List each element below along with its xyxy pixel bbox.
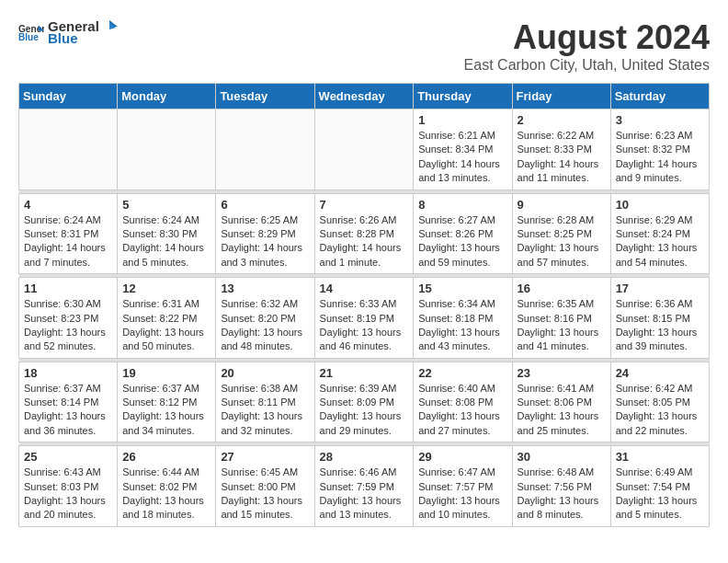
logo-icon: General Blue <box>18 22 44 42</box>
cell-info: Sunrise: 6:22 AMSunset: 8:33 PMDaylight:… <box>518 129 606 186</box>
weekday-header: Tuesday <box>216 84 314 109</box>
day-number: 16 <box>518 282 606 295</box>
calendar-cell: 3Sunrise: 6:23 AMSunset: 8:32 PMDaylight… <box>610 109 709 190</box>
calendar-cell: 5Sunrise: 6:24 AMSunset: 8:30 PMDaylight… <box>118 193 216 274</box>
cell-info: Sunrise: 6:27 AMSunset: 8:26 PMDaylight:… <box>418 213 506 270</box>
weekday-header: Monday <box>118 84 216 109</box>
calendar-cell: 18Sunrise: 6:37 AMSunset: 8:14 PMDayligh… <box>19 362 118 442</box>
svg-text:Blue: Blue <box>18 32 39 42</box>
day-number: 3 <box>616 113 704 127</box>
main-title: August 2024 <box>464 18 710 57</box>
weekday-header: Sunday <box>19 84 118 109</box>
calendar-header-row: SundayMondayTuesdayWednesdayThursdayFrid… <box>19 84 710 109</box>
calendar-cell: 13Sunrise: 6:32 AMSunset: 8:20 PMDayligh… <box>216 278 314 359</box>
weekday-header: Friday <box>512 84 610 109</box>
cell-info: Sunrise: 6:43 AMSunset: 8:03 PMDaylight:… <box>24 465 112 523</box>
calendar-cell: 27Sunrise: 6:45 AMSunset: 8:00 PMDayligh… <box>216 446 314 527</box>
calendar-cell: 26Sunrise: 6:44 AMSunset: 8:02 PMDayligh… <box>118 446 216 527</box>
cell-info: Sunrise: 6:47 AMSunset: 7:57 PMDaylight:… <box>418 465 506 523</box>
day-number: 6 <box>221 198 309 212</box>
cell-info: Sunrise: 6:46 AMSunset: 7:59 PMDaylight:… <box>320 465 409 523</box>
logo: General Blue General Blue <box>18 18 118 46</box>
calendar-week-row: 11Sunrise: 6:30 AMSunset: 8:23 PMDayligh… <box>19 278 710 359</box>
subtitle: East Carbon City, Utah, United States <box>464 57 710 74</box>
weekday-header: Wednesday <box>314 84 414 109</box>
calendar-week-row: 4Sunrise: 6:24 AMSunset: 8:31 PMDaylight… <box>19 193 710 274</box>
day-number: 26 <box>122 450 210 464</box>
calendar-cell: 23Sunrise: 6:41 AMSunset: 8:06 PMDayligh… <box>512 362 610 442</box>
calendar-cell: 15Sunrise: 6:34 AMSunset: 8:18 PMDayligh… <box>414 278 512 359</box>
cell-info: Sunrise: 6:35 AMSunset: 8:16 PMDaylight:… <box>518 297 606 354</box>
title-block: August 2024 East Carbon City, Utah, Unit… <box>464 18 710 74</box>
calendar-cell: 28Sunrise: 6:46 AMSunset: 7:59 PMDayligh… <box>314 446 414 527</box>
day-number: 10 <box>616 198 704 212</box>
cell-info: Sunrise: 6:33 AMSunset: 8:19 PMDaylight:… <box>320 297 409 354</box>
calendar-cell: 7Sunrise: 6:26 AMSunset: 8:28 PMDaylight… <box>314 193 414 274</box>
day-number: 11 <box>24 282 112 295</box>
calendar-cell: 29Sunrise: 6:47 AMSunset: 7:57 PMDayligh… <box>414 446 512 527</box>
calendar-cell: 16Sunrise: 6:35 AMSunset: 8:16 PMDayligh… <box>512 278 610 359</box>
calendar-cell: 12Sunrise: 6:31 AMSunset: 8:22 PMDayligh… <box>118 278 216 359</box>
calendar-cell: 1Sunrise: 6:21 AMSunset: 8:34 PMDaylight… <box>414 109 512 190</box>
day-number: 19 <box>122 366 210 380</box>
calendar-cell <box>216 109 314 190</box>
cell-info: Sunrise: 6:39 AMSunset: 8:09 PMDaylight:… <box>320 382 409 439</box>
calendar-cell: 21Sunrise: 6:39 AMSunset: 8:09 PMDayligh… <box>314 362 414 442</box>
calendar-cell: 19Sunrise: 6:37 AMSunset: 8:12 PMDayligh… <box>118 362 216 442</box>
day-number: 9 <box>518 198 606 212</box>
cell-info: Sunrise: 6:48 AMSunset: 7:56 PMDaylight:… <box>518 465 606 523</box>
cell-info: Sunrise: 6:44 AMSunset: 8:02 PMDaylight:… <box>122 465 210 523</box>
calendar-cell: 11Sunrise: 6:30 AMSunset: 8:23 PMDayligh… <box>19 278 118 359</box>
calendar-cell <box>118 109 216 190</box>
calendar-cell: 31Sunrise: 6:49 AMSunset: 7:54 PMDayligh… <box>610 446 709 527</box>
calendar-cell: 24Sunrise: 6:42 AMSunset: 8:05 PMDayligh… <box>610 362 709 442</box>
cell-info: Sunrise: 6:31 AMSunset: 8:22 PMDaylight:… <box>122 297 210 354</box>
day-number: 15 <box>418 282 506 295</box>
calendar-week-row: 1Sunrise: 6:21 AMSunset: 8:34 PMDaylight… <box>19 109 710 190</box>
calendar-cell: 6Sunrise: 6:25 AMSunset: 8:29 PMDaylight… <box>216 193 314 274</box>
day-number: 24 <box>616 366 704 380</box>
day-number: 27 <box>221 450 309 464</box>
cell-info: Sunrise: 6:42 AMSunset: 8:05 PMDaylight:… <box>616 382 704 439</box>
cell-info: Sunrise: 6:23 AMSunset: 8:32 PMDaylight:… <box>616 129 704 186</box>
calendar-cell <box>314 109 414 190</box>
calendar-cell: 4Sunrise: 6:24 AMSunset: 8:31 PMDaylight… <box>19 193 118 274</box>
cell-info: Sunrise: 6:38 AMSunset: 8:11 PMDaylight:… <box>221 382 309 439</box>
cell-info: Sunrise: 6:37 AMSunset: 8:12 PMDaylight:… <box>122 382 210 439</box>
cell-info: Sunrise: 6:40 AMSunset: 8:08 PMDaylight:… <box>418 382 506 439</box>
day-number: 14 <box>320 282 409 295</box>
cell-info: Sunrise: 6:28 AMSunset: 8:25 PMDaylight:… <box>518 213 606 270</box>
cell-info: Sunrise: 6:34 AMSunset: 8:18 PMDaylight:… <box>418 297 506 354</box>
cell-info: Sunrise: 6:24 AMSunset: 8:31 PMDaylight:… <box>24 213 112 270</box>
day-number: 30 <box>518 450 606 464</box>
day-number: 28 <box>320 450 409 464</box>
cell-info: Sunrise: 6:36 AMSunset: 8:15 PMDaylight:… <box>616 297 704 354</box>
day-number: 13 <box>221 282 309 295</box>
logo-bird-icon <box>101 20 118 33</box>
calendar-cell: 9Sunrise: 6:28 AMSunset: 8:25 PMDaylight… <box>512 193 610 274</box>
calendar-cell <box>19 109 118 190</box>
calendar-cell: 25Sunrise: 6:43 AMSunset: 8:03 PMDayligh… <box>19 446 118 527</box>
weekday-header: Thursday <box>414 84 512 109</box>
calendar-cell: 17Sunrise: 6:36 AMSunset: 8:15 PMDayligh… <box>610 278 709 359</box>
cell-info: Sunrise: 6:41 AMSunset: 8:06 PMDaylight:… <box>518 382 606 439</box>
calendar-week-row: 18Sunrise: 6:37 AMSunset: 8:14 PMDayligh… <box>19 362 710 442</box>
calendar-cell: 20Sunrise: 6:38 AMSunset: 8:11 PMDayligh… <box>216 362 314 442</box>
day-number: 2 <box>518 113 606 127</box>
cell-info: Sunrise: 6:25 AMSunset: 8:29 PMDaylight:… <box>221 213 309 270</box>
cell-info: Sunrise: 6:26 AMSunset: 8:28 PMDaylight:… <box>320 213 409 270</box>
cell-info: Sunrise: 6:29 AMSunset: 8:24 PMDaylight:… <box>616 213 704 270</box>
calendar-week-row: 25Sunrise: 6:43 AMSunset: 8:03 PMDayligh… <box>19 446 710 527</box>
day-number: 7 <box>320 198 409 212</box>
calendar-cell: 22Sunrise: 6:40 AMSunset: 8:08 PMDayligh… <box>414 362 512 442</box>
day-number: 1 <box>418 113 506 127</box>
cell-info: Sunrise: 6:24 AMSunset: 8:30 PMDaylight:… <box>122 213 210 270</box>
day-number: 25 <box>24 450 112 464</box>
day-number: 18 <box>24 366 112 380</box>
day-number: 29 <box>418 450 506 464</box>
day-number: 22 <box>418 366 506 380</box>
day-number: 20 <box>221 366 309 380</box>
cell-info: Sunrise: 6:21 AMSunset: 8:34 PMDaylight:… <box>418 129 506 186</box>
calendar-cell: 2Sunrise: 6:22 AMSunset: 8:33 PMDaylight… <box>512 109 610 190</box>
cell-info: Sunrise: 6:45 AMSunset: 8:00 PMDaylight:… <box>221 465 309 523</box>
